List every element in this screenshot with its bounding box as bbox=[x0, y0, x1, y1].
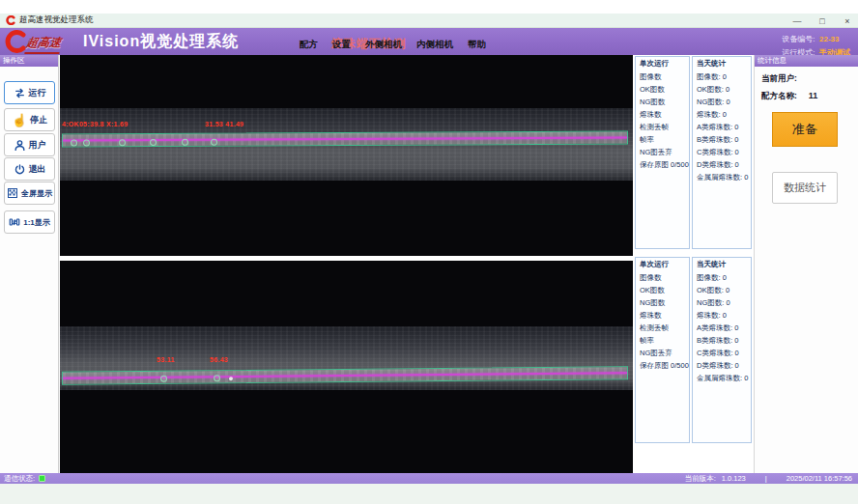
one-to-one-button[interactable]: 1:1显示 bbox=[4, 210, 55, 234]
stop-button-label: 停止 bbox=[30, 114, 47, 126]
exit-button-label: 退出 bbox=[29, 163, 46, 176]
run-button-label: 运行 bbox=[29, 87, 46, 99]
info-panel-title: 统计信息 bbox=[755, 55, 858, 67]
prepare-button[interactable]: 准备 bbox=[772, 112, 838, 147]
stat-row: NG图丢弃 bbox=[640, 146, 689, 158]
detection-annotation: 4:OK05:39.8 X:1.69 bbox=[62, 121, 128, 127]
detection-box bbox=[62, 130, 628, 147]
app-header: 超高速 IVision视觉处理系统 熔珠端面检测 配方设置外侧相机内侧相机帮助 … bbox=[0, 28, 858, 55]
one-to-one-button-label: 1:1显示 bbox=[23, 217, 50, 228]
menu-item[interactable]: 配方 bbox=[300, 39, 318, 51]
stat-row: A类熔珠数: 0 bbox=[697, 121, 751, 133]
status-bar: 通信状态: 当前版本: 1.0.123 | 2025/02/11 16:57:5… bbox=[0, 473, 858, 484]
version-value: 1.0.123 bbox=[722, 474, 746, 483]
stats-panel-outer: 单次运行 图像数OK图数NG图数熔珠数检测丢帧帧率NG图丢弃保存原图 0/500… bbox=[635, 56, 752, 249]
stat-row: D类熔珠数: 0 bbox=[697, 359, 751, 372]
stat-row: B类熔珠数: 0 bbox=[697, 334, 751, 347]
stat-row: A类熔珠数: 0 bbox=[697, 322, 751, 334]
device-number-value: 22-33 bbox=[819, 35, 839, 43]
recipe-name-value: 11 bbox=[809, 91, 818, 100]
stat-row: NG图丢弃 bbox=[640, 347, 689, 359]
bead-marker bbox=[71, 139, 77, 146]
stat-row: D类熔珠数: 0 bbox=[697, 158, 751, 171]
stat-row: OK图数: 0 bbox=[697, 284, 751, 296]
one-to-one-icon bbox=[9, 216, 20, 228]
sidebar-title: 操作区 bbox=[0, 55, 58, 67]
camera-image-inner: 53.11 56.43 bbox=[60, 326, 633, 390]
single-run-group: 单次运行 图像数OK图数NG图数熔珠数检测丢帧帧率NG图丢弃保存原图 0/500 bbox=[635, 257, 690, 443]
stat-row: B类熔珠数: 0 bbox=[697, 133, 751, 146]
measurement-value: 53.11 bbox=[157, 356, 175, 363]
menu-item[interactable]: 内侧相机 bbox=[416, 39, 453, 51]
stat-row: 保存原图 0/500 bbox=[640, 158, 689, 171]
stat-row: 熔珠数: 0 bbox=[697, 108, 751, 121]
hand-pointer-icon: ☝ bbox=[12, 114, 27, 126]
bead-highlight bbox=[229, 377, 233, 380]
status-bar-right: 当前版本: 1.0.123 | 2025/02/11 16:57:56 bbox=[685, 474, 852, 484]
statistics-info-panel: 统计信息 当前用户: 配方名称:11 准备 数据统计 bbox=[754, 55, 858, 473]
stat-row: 图像数: 0 bbox=[697, 271, 751, 284]
stat-row: 金属屑熔珠数: 0 bbox=[697, 372, 751, 384]
power-icon bbox=[14, 163, 26, 176]
exit-button[interactable]: 退出 bbox=[4, 157, 55, 181]
single-run-title: 单次运行 bbox=[640, 260, 689, 269]
minimize-button[interactable]: — bbox=[790, 16, 804, 26]
stat-row: NG图数 bbox=[640, 96, 689, 108]
stat-row: NG图数 bbox=[640, 296, 689, 309]
maximize-button[interactable]: □ bbox=[815, 16, 829, 26]
daily-stats-title: 当天统计 bbox=[697, 59, 751, 69]
app-window: 超高速视觉处理系统 — □ × 超高速 IVision视觉处理系统 熔珠端面检测… bbox=[0, 0, 858, 504]
operation-sidebar: 操作区 运行 ☝ 停止 用户 bbox=[0, 55, 59, 473]
stat-row: OK图数 bbox=[640, 284, 689, 296]
menu-item[interactable]: 帮助 bbox=[468, 39, 486, 51]
stat-row: 熔珠数 bbox=[640, 309, 689, 322]
status-divider: | bbox=[765, 474, 767, 483]
window-title: 超高速视觉处理系统 bbox=[19, 14, 94, 26]
stat-row: C类熔珠数: 0 bbox=[697, 347, 751, 359]
app-logo-icon bbox=[6, 15, 15, 25]
stat-row: 熔珠数 bbox=[640, 108, 689, 121]
stat-row: 检测丢帧 bbox=[640, 121, 689, 133]
comm-ok-indicator bbox=[39, 475, 45, 482]
stop-button[interactable]: ☝ 停止 bbox=[4, 108, 55, 131]
user-button[interactable]: 用户 bbox=[4, 133, 55, 156]
laser-line bbox=[63, 372, 627, 379]
camera-view-inner: 53.11 56.43 bbox=[60, 261, 633, 473]
daily-stats-group: 当天统计 图像数: 0OK图数: 0NG图数: 0熔珠数: 0A类熔珠数: 0B… bbox=[692, 56, 752, 249]
recipe-name-row: 配方名称:11 bbox=[755, 91, 858, 102]
detection-annotation: 31.53 41.49 bbox=[205, 121, 243, 127]
device-number-label: 设备编号: bbox=[782, 35, 815, 43]
menu-item[interactable]: 设置 bbox=[332, 39, 351, 51]
bead-marker bbox=[160, 376, 167, 382]
daily-stats-title: 当天统计 bbox=[697, 260, 751, 269]
stat-row: OK图数: 0 bbox=[697, 83, 751, 96]
brand-logo-icon bbox=[4, 30, 27, 53]
fullscreen-button[interactable]: 全屏显示 bbox=[4, 182, 55, 205]
metal-strip bbox=[63, 131, 627, 146]
close-button[interactable]: × bbox=[841, 16, 854, 26]
stat-row: 保存原图 0/500 bbox=[640, 359, 689, 372]
app-title: IVision视觉处理系统 bbox=[83, 32, 239, 52]
fullscreen-icon bbox=[7, 187, 18, 199]
single-run-group: 单次运行 图像数OK图数NG图数熔珠数检测丢帧帧率NG图丢弃保存原图 0/500 bbox=[635, 56, 690, 249]
header-info: 设备编号: 22-33 运行模式: 手动调试 bbox=[782, 31, 850, 58]
bead-marker bbox=[119, 139, 126, 146]
window-titlebar: 超高速视觉处理系统 — □ × bbox=[0, 14, 858, 28]
stat-row: 金属屑熔珠数: 0 bbox=[697, 171, 751, 183]
version-label: 当前版本: bbox=[685, 474, 716, 484]
run-button[interactable]: 运行 bbox=[4, 81, 55, 104]
window-controls: — □ × bbox=[790, 14, 854, 28]
fullscreen-button-label: 全屏显示 bbox=[21, 188, 52, 199]
stat-row: 检测丢帧 bbox=[640, 322, 689, 334]
menu-item[interactable]: 外侧相机 bbox=[365, 39, 402, 51]
stat-row: 图像数: 0 bbox=[697, 70, 751, 83]
bead-marker bbox=[182, 139, 188, 146]
current-user-label: 当前用户: bbox=[761, 73, 797, 83]
stat-row: 帧率 bbox=[640, 133, 689, 146]
current-user-row: 当前用户: bbox=[755, 73, 858, 85]
bead-marker bbox=[83, 139, 90, 146]
brand-name: 超高速 bbox=[24, 35, 63, 54]
camera-image-outer: 4:OK05:39.8 X:1.69 31.53 41.49 bbox=[60, 108, 633, 181]
data-statistics-button[interactable]: 数据统计 bbox=[772, 172, 838, 204]
stat-row: OK图数 bbox=[640, 83, 689, 96]
